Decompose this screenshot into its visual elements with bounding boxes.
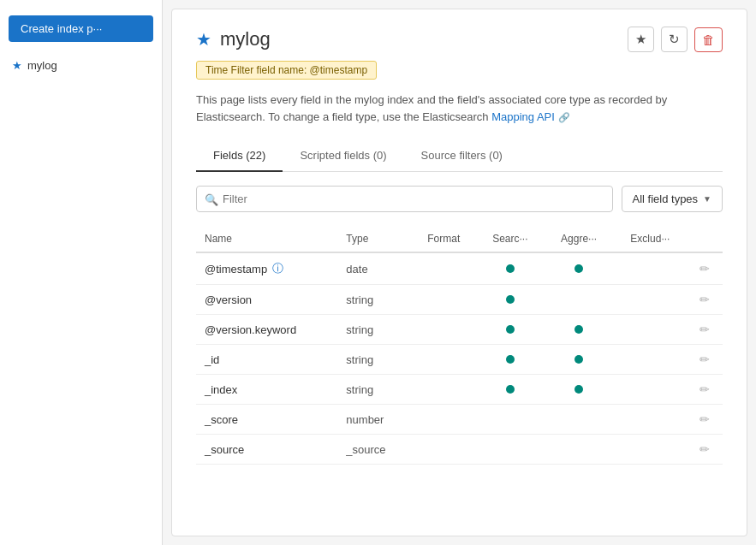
cell-edit: ✏ [687,435,723,465]
cell-format [412,345,476,375]
col-header-searchable: Searc··· [476,226,545,252]
cell-searchable [476,345,545,375]
col-header-aggregatable: Aggre··· [545,226,614,252]
cell-type: string [337,315,411,345]
aggregatable-dot [574,325,583,334]
cell-name: @version [196,285,337,315]
table-row: _idstring✏ [196,345,723,375]
table-row: _scorenumber✏ [196,405,723,435]
cell-type: number [337,405,411,435]
edit-icon[interactable]: ✏ [699,382,710,396]
cell-searchable [476,435,545,465]
cell-type: string [337,285,411,315]
page-header: ★ mylog ★ ↻ 🗑 [196,27,723,52]
searchable-dot [506,264,515,273]
cell-excluded [613,375,687,405]
field-name: _id [205,353,329,366]
create-index-button[interactable]: Create index p··· [9,15,153,42]
sidebar-item-label: mylog [27,59,57,72]
external-link-icon: 🔗 [558,112,570,122]
field-name: _source [205,443,329,456]
cell-searchable [476,315,545,345]
table-row: _source_source✏ [196,435,723,465]
table-row: @versionstring✏ [196,285,723,315]
cell-edit: ✏ [687,375,723,405]
aggregatable-dot [574,355,583,364]
main-content: ★ mylog ★ ↻ 🗑 Time Filter field name: @t… [171,9,747,536]
cell-excluded [613,285,687,315]
filter-input-wrap: 🔍 [196,186,613,212]
cell-aggregatable [545,252,614,285]
tab-source-filters[interactable]: Source filters (0) [404,140,520,172]
title-star-icon[interactable]: ★ [196,29,211,50]
col-header-excluded: Exclud··· [613,226,687,252]
mapping-api-link[interactable]: Mapping API [491,110,555,123]
cell-name: _id [196,345,337,375]
page-title: mylog [220,28,271,50]
cell-aggregatable [545,405,614,435]
aggregatable-dot [574,385,583,394]
cell-excluded [613,252,687,285]
edit-icon[interactable]: ✏ [699,412,710,426]
tab-scripted-fields[interactable]: Scripted fields (0) [283,140,403,172]
cell-format [412,315,476,345]
caret-icon: ▼ [703,194,711,204]
searchable-dot [506,385,515,394]
edit-icon[interactable]: ✏ [699,293,710,306]
dropdown-label: All field types [633,193,699,205]
info-icon: ⓘ [272,261,283,276]
cell-edit: ✏ [687,405,723,435]
cell-type: date [337,252,411,285]
cell-searchable [476,375,545,405]
cell-type: _source [337,435,411,465]
description: This page lists every field in the mylog… [196,92,723,125]
edit-icon[interactable]: ✏ [699,442,710,456]
edit-icon[interactable]: ✏ [699,262,710,275]
cell-format [412,435,476,465]
refresh-button[interactable]: ↻ [661,27,688,52]
tab-fields[interactable]: Fields (22) [196,140,283,172]
description-text-1: This page lists every field in the mylog… [196,93,667,123]
field-name: @version.keyword [205,323,329,336]
cell-name: _source [196,435,337,465]
cell-searchable [476,285,545,315]
col-header-name: Name [196,226,337,252]
sidebar-item-mylog[interactable]: ★ mylog [0,54,162,77]
cell-searchable [476,405,545,435]
cell-name: _index [196,375,337,405]
table-row: _indexstring✏ [196,375,723,405]
edit-icon[interactable]: ✏ [699,323,710,336]
time-filter-badge: Time Filter field name: @timestamp [196,61,377,80]
delete-button[interactable]: 🗑 [694,27,723,52]
field-name: _score [205,413,329,426]
cell-edit: ✏ [687,345,723,375]
table-row: @version.keywordstring✏ [196,315,723,345]
tabs-bar: Fields (22) Scripted fields (0) Source f… [196,140,723,172]
col-header-type: Type [337,226,411,252]
cell-format [412,252,476,285]
cell-aggregatable [545,375,614,405]
cell-format [412,285,476,315]
cell-excluded [613,435,687,465]
cell-format [412,375,476,405]
fields-table: Name Type Format Searc··· Aggre··· Exclu… [196,226,723,465]
col-header-format: Format [412,226,476,252]
cell-type: string [337,345,411,375]
searchable-dot [506,295,515,304]
field-name: _index [205,383,329,396]
edit-icon[interactable]: ✏ [699,352,710,366]
header-actions: ★ ↻ 🗑 [628,27,723,52]
cell-excluded [613,345,687,375]
searchable-dot [506,325,515,334]
bookmark-button[interactable]: ★ [628,27,654,52]
cell-name: @version.keyword [196,315,337,345]
filter-input[interactable] [196,186,613,212]
cell-aggregatable [545,285,614,315]
field-name: @version [205,293,329,306]
star-icon: ★ [12,59,22,72]
table-row: @timestampⓘdate✏ [196,252,723,285]
sidebar: Create index p··· ★ mylog [0,0,163,545]
cell-edit: ✏ [687,315,723,345]
field-type-dropdown[interactable]: All field types ▼ [622,186,723,212]
title-area: ★ mylog [196,28,271,50]
